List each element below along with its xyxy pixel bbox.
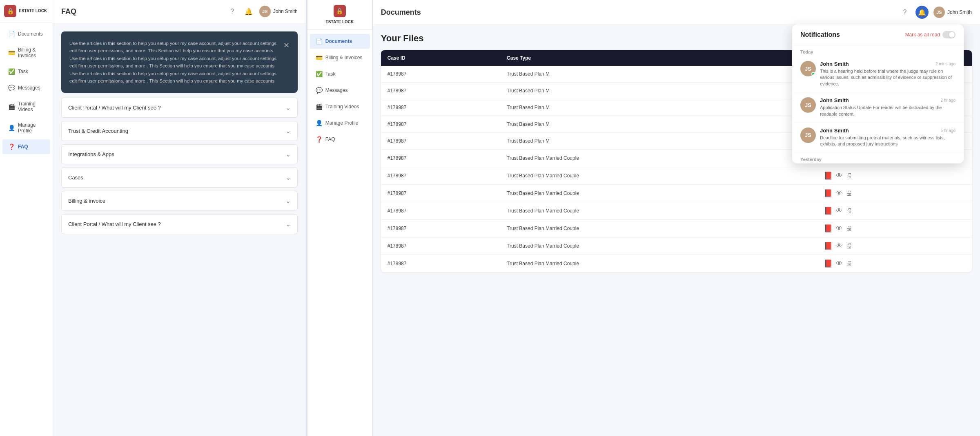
col-header-case-id: Case ID <box>381 50 500 66</box>
chevron-down-icon: ⌄ <box>285 104 291 112</box>
notif-name-3: John Smith <box>820 127 849 134</box>
mark-all-read-button[interactable]: Mark as all read <box>905 31 956 38</box>
cell-case-id: #178987 <box>381 99 500 116</box>
cell-case-id: #178987 <box>381 167 500 185</box>
faq-dark-section: Use the articles in this section to help… <box>61 31 298 93</box>
cell-case-type: Trust Based Plan M <box>500 83 817 99</box>
sidebar-item-label: Messages <box>18 85 40 91</box>
cell-action: 📕👁🖨 <box>817 220 972 237</box>
billing-icon: 💳 <box>316 54 322 61</box>
right-sidebar-item-messages[interactable]: 💬 Messages <box>310 83 370 98</box>
chevron-down-icon: ⌄ <box>285 174 291 181</box>
documents-icon: 📄 <box>8 31 15 37</box>
accordion-header-2[interactable]: Trust & Credit Accounting ⌄ <box>62 121 297 141</box>
sidebar-item-label: Training Videos <box>325 104 359 110</box>
right-notification-button[interactable]: 🔔 <box>915 6 929 19</box>
cell-case-id: #178987 <box>381 133 500 150</box>
accordion-header-5[interactable]: Billing & invoice ⌄ <box>62 191 297 210</box>
close-icon[interactable]: ✕ <box>283 40 290 51</box>
right-logo-text: ESTATE LOCK <box>325 20 354 25</box>
notif-item-3[interactable]: JS John Smith 5 hr ago Deadline for subm… <box>792 123 964 153</box>
view-button[interactable]: 👁 <box>836 225 842 232</box>
training-icon: 🎬 <box>8 103 15 110</box>
table-row: #178987Trust Based Plan Married Couple📕👁… <box>381 220 972 237</box>
sidebar-item-label: FAQ <box>325 136 335 142</box>
sidebar-item-documents[interactable]: 📄 Documents <box>2 27 50 41</box>
sidebar-item-manage-profile[interactable]: 👤 Manage Profile <box>2 118 50 138</box>
left-nav: 📄 Documents 💳 Billing & Invoices ✅ Task … <box>0 22 53 436</box>
accordion-label-6: Client Portal / What will my Client see … <box>68 221 161 227</box>
notification-button[interactable]: 🔔 <box>243 6 254 17</box>
accordion-item-5: Billing & invoice ⌄ <box>61 191 298 211</box>
right-header: Documents ? 🔔 JS John Smith <box>373 0 980 25</box>
right-help-button[interactable]: ? <box>899 7 911 18</box>
pdf-icon[interactable]: 📕 <box>824 189 833 198</box>
pdf-icon[interactable]: 📕 <box>824 206 833 215</box>
sidebar-item-label: Manage Profile <box>325 120 359 126</box>
pdf-icon[interactable]: 📕 <box>824 171 833 180</box>
print-button[interactable]: 🖨 <box>846 172 852 179</box>
left-main: FAQ ? 🔔 JS John Smith Use the articles i… <box>53 0 306 436</box>
print-button[interactable]: 🖨 <box>846 242 852 250</box>
sidebar-item-label: Documents <box>18 31 43 37</box>
task-icon: ✅ <box>8 68 15 75</box>
left-header: FAQ ? 🔔 JS John Smith <box>53 0 306 23</box>
right-sidebar-item-task[interactable]: ✅ Task <box>310 67 370 81</box>
toggle-switch[interactable] <box>942 31 956 38</box>
cell-case-id: #178987 <box>381 237 500 255</box>
right-sidebar-item-manage-profile[interactable]: 👤 Manage Profile <box>310 116 370 130</box>
pdf-icon[interactable]: 📕 <box>824 241 833 250</box>
view-button[interactable]: 👁 <box>836 207 842 215</box>
right-user-name: John Smith <box>947 9 972 15</box>
notif-body-1: John Smith 2 mins ago This is a hearing … <box>820 61 956 87</box>
sidebar-item-task[interactable]: ✅ Task <box>2 64 50 79</box>
accordion-header-6[interactable]: Client Portal / What will my Client see … <box>62 215 297 234</box>
right-sidebar-item-billing[interactable]: 💳 Billing & Invoices <box>310 50 370 65</box>
print-button[interactable]: 🖨 <box>846 225 852 232</box>
faq-icon: ❓ <box>316 136 322 143</box>
notif-time-3: 5 hr ago <box>940 128 956 133</box>
notif-item-1[interactable]: JS John Smith 2 mins ago This is a heari… <box>792 56 964 92</box>
faq-icon: ❓ <box>8 143 15 150</box>
cell-action: 📕👁🖨 <box>817 167 972 185</box>
print-button[interactable]: 🖨 <box>846 260 852 267</box>
messages-icon: 💬 <box>316 87 322 94</box>
left-panel: 🔒 ESTATE LOCK 📄 Documents 💳 Billing & In… <box>0 0 306 436</box>
right-sidebar: 🔒 ESTATE LOCK 📄 Documents 💳 Billing & In… <box>307 0 373 436</box>
notif-item-2[interactable]: JS John Smith 2 hr ago Application Statu… <box>792 92 964 123</box>
sidebar-item-messages[interactable]: 💬 Messages <box>2 80 50 95</box>
cell-case-type: Trust Based Plan Married Couple <box>500 202 817 220</box>
cell-action: 📕👁🖨 <box>817 202 972 220</box>
pdf-icon[interactable]: 📕 <box>824 259 833 268</box>
pdf-icon[interactable]: 📕 <box>824 224 833 233</box>
print-button[interactable]: 🖨 <box>846 207 852 215</box>
left-content: Use the articles in this section to help… <box>53 23 306 436</box>
faq-dark-text: Use the articles in this section to help… <box>69 40 279 85</box>
help-button[interactable]: ? <box>227 6 238 17</box>
accordion-header-4[interactable]: Cases ⌄ <box>62 168 297 187</box>
billing-icon: 💳 <box>8 49 15 56</box>
page-title: FAQ <box>61 7 76 16</box>
task-icon: ✅ <box>316 71 322 77</box>
notif-text-3: Deadline for submitting pretrial materia… <box>820 135 956 148</box>
view-button[interactable]: 👁 <box>836 172 842 179</box>
sidebar-item-billing[interactable]: 💳 Billing & Invoices <box>2 43 50 63</box>
right-nav: 📄 Documents 💳 Billing & Invoices ✅ Task … <box>307 30 372 436</box>
online-indicator <box>811 72 815 76</box>
view-button[interactable]: 👁 <box>836 190 842 197</box>
messages-icon: 💬 <box>8 85 15 91</box>
view-button[interactable]: 👁 <box>836 260 842 267</box>
right-sidebar-item-training[interactable]: 🎬 Training Videos <box>310 99 370 114</box>
notif-name-row-3: John Smith 5 hr ago <box>820 127 956 134</box>
view-button[interactable]: 👁 <box>836 242 842 250</box>
right-sidebar-item-documents[interactable]: 📄 Documents <box>310 34 370 49</box>
print-button[interactable]: 🖨 <box>846 190 852 197</box>
right-user-badge: JS John Smith <box>933 7 972 18</box>
sidebar-item-training[interactable]: 🎬 Training Videos <box>2 97 50 116</box>
right-sidebar-item-faq[interactable]: ❓ FAQ <box>310 132 370 147</box>
action-icons: 📕👁🖨 <box>824 241 965 250</box>
sidebar-item-faq[interactable]: ❓ FAQ <box>2 139 50 154</box>
accordion-header-1[interactable]: Client Portal / What will my Client see … <box>62 98 297 117</box>
profile-icon: 👤 <box>316 120 322 126</box>
accordion-header-3[interactable]: Integrations & Apps ⌄ <box>62 145 297 164</box>
